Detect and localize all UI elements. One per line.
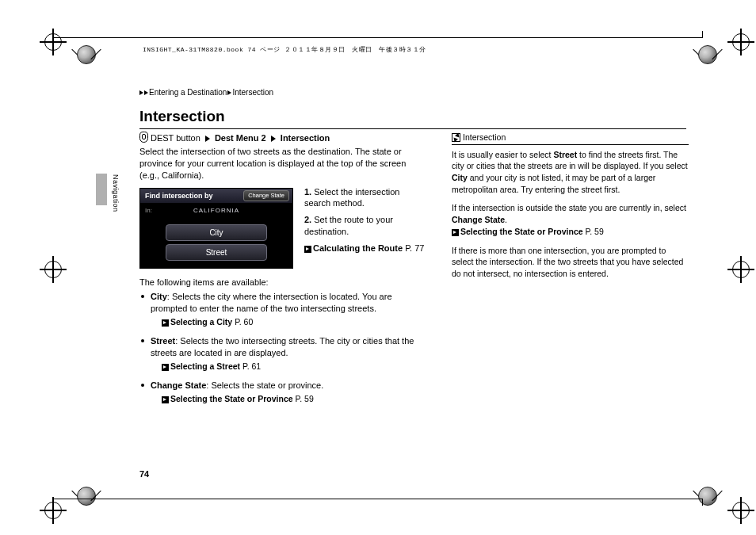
item-city-ref: Selecting a City P. 60 [151,316,426,327]
screenshot-in-label: In: [145,204,152,217]
nav-item-label: Intersection [281,133,330,143]
breadcrumb: Entering a DestinationIntersection [139,88,273,97]
reference-icon [162,319,169,327]
item-change-state: Change State: Selects the state or provi… [139,380,426,404]
nav-button-label: DEST button [151,133,200,143]
sidebar-para-2: If the intersection is outside the state… [452,202,689,237]
screenshot-state-row: In: CALIFORNIA [140,204,292,217]
reference-icon [304,246,311,253]
menu-path: DEST button Dest Menu 2 Intersection [139,132,330,143]
sidebar-title: Intersection [452,132,689,145]
section-tab-label: Navigation [112,174,120,212]
crop-mark-icon [40,497,67,524]
screenshot-in-value: CALIFORNIA [193,207,239,214]
triangle-icon [227,90,231,95]
sidebar-notes: Intersection It is usually easier to sel… [452,132,689,287]
reference-icon [452,229,459,236]
screenshot-city-button: City [166,224,267,241]
step-2: 2. Set the route to your destination. [304,214,426,238]
voice-icon [139,132,148,143]
triangle-icon [139,90,143,95]
item-street-ref: Selecting a Street P. 61 [151,361,426,372]
note-icon [452,133,460,142]
step-list: 1. Select the intersection search method… [304,186,426,254]
available-items: The following items are available: City:… [139,273,426,405]
step-2-ref: Calculating the Route P. 77 [304,243,426,254]
breadcrumb-level2: Intersection [232,88,273,97]
triangle-icon [205,136,210,142]
reference-icon [162,396,169,403]
triangle-icon [271,136,276,142]
page-title: Intersection [139,108,686,129]
crop-mark-icon [727,29,754,55]
item-change-state-ref: Selecting the State or Province P. 59 [151,393,426,404]
crop-mark-icon [727,256,754,283]
step-1: 1. Select the intersection search method… [304,186,426,210]
section-tab [96,174,107,205]
triangle-icon [144,90,148,95]
screenshot-street-button: Street [166,244,267,261]
item-street: Street: Selects the two intersecting str… [139,335,426,372]
device-screenshot: Find intersection by Change State In: CA… [139,188,293,269]
reference-icon [162,364,169,371]
screenshot-change-state-button: Change State [243,190,289,201]
main-column: Select the intersection of two streets a… [139,146,426,412]
sidebar-para-3: If there is more than one intersection, … [452,245,689,280]
page-number: 74 [139,469,149,479]
intro-text: Select the intersection of two streets a… [139,146,426,182]
available-intro: The following items are available: [139,277,426,289]
print-header: INSIGHT_KA-31TM8820.book 74 ページ ２０１１年８月９… [143,45,426,54]
nav-menu-label: Dest Menu 2 [215,133,266,143]
breadcrumb-level1: Entering a Destination [149,88,227,97]
sidebar-para-1: It is usually easier to select Street to… [452,149,689,196]
manual-page: INSIGHT_KA-31TM8820.book 74 ページ ２０１１年８月９… [0,0,756,535]
item-city: City: Selects the city where the interse… [139,291,426,327]
crop-mark-icon [727,497,754,524]
